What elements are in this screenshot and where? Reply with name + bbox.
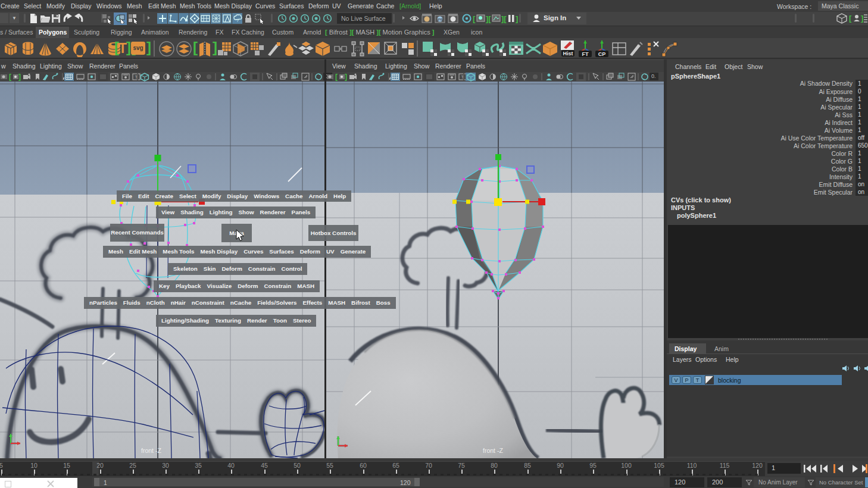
svg-text:?: ? xyxy=(236,18,239,23)
svg-text:CP: CP xyxy=(598,51,606,57)
svg-text:front -Z: front -Z xyxy=(483,447,503,454)
svg-text:IPR: IPR xyxy=(437,18,444,21)
svg-text:front -Z: front -Z xyxy=(141,447,161,454)
svg-text:Hist: Hist xyxy=(563,51,573,57)
svg-text:FT: FT xyxy=(582,51,589,57)
